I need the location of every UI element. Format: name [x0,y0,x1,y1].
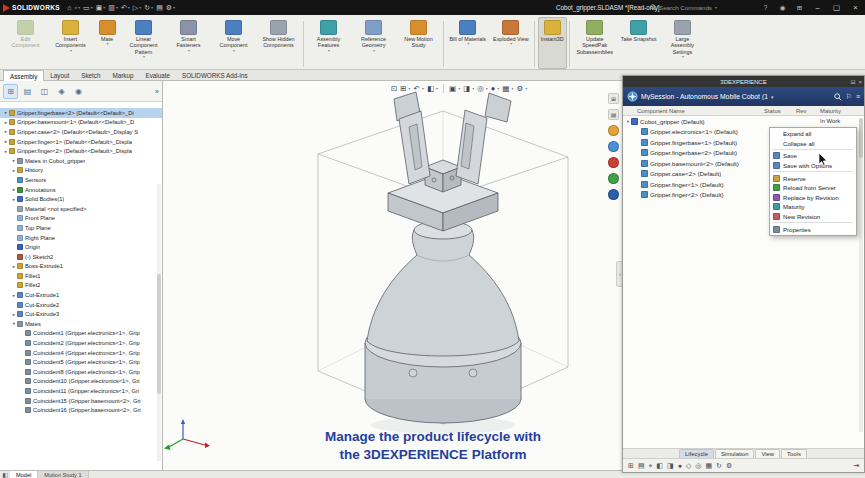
tab-markup[interactable]: Markup [106,70,139,81]
assembly-features-button[interactable]: Assembly Features ▾ [307,17,351,69]
feature-tree-item[interactable]: Coincident2 (Gripper.electronics<1>, Gri… [0,338,162,348]
help-icon[interactable]: ? [759,4,773,12]
feature-tree-item[interactable]: (-) Sketch2 [0,252,162,262]
feature-tree-item[interactable]: ▸ Boss-Extrude1 [0,262,162,272]
feature-tree-item[interactable]: ▸ Solid Bodies(1) [0,194,162,204]
tab-solidworks-add-ins[interactable]: SOLIDWORKS Add-Ins [176,70,254,81]
propertymanager-tab-icon[interactable]: ▤ [20,84,35,99]
widget-green-icon[interactable] [608,173,619,184]
feature-tree-item[interactable]: ▸ Gripper.basemount<1> (Default<<Default… [0,118,162,128]
open-icon[interactable]: ▭▾ [83,4,93,12]
close-button[interactable]: × [846,0,865,15]
instant3d-button[interactable]: Instant3D [538,17,567,69]
move-component-button[interactable]: Move Component ▾ [212,17,256,69]
pane-toggle-icon[interactable]: ◧ [0,471,10,478]
linear-component-pattern-button[interactable]: Linear Component Pattern ▾ [122,17,166,69]
bill-of-materials-button[interactable]: Bill of Materials ▾ [447,17,490,69]
home-icon[interactable]: ⌂ [67,4,71,11]
panel-close-icon[interactable]: × [858,79,862,85]
feature-tree-item[interactable]: ▸ History [0,166,162,176]
feature-tree-item[interactable]: Coincident8 (Gripper.electronics<1>, Gri… [0,367,162,377]
tab-sketch[interactable]: Sketch [75,70,106,81]
measure-icon[interactable]: ⌖ [649,462,653,470]
feature-tree-item[interactable]: Cut-Extrude2 [0,300,162,310]
menu-item-maturity[interactable]: Maturity [770,202,856,212]
restore-button[interactable]: ▢ [827,0,846,15]
menu-item-save-with-options[interactable]: Save with Options [770,161,856,171]
panel-pin-icon[interactable]: ⊟ [850,78,855,85]
feature-tree-item[interactable]: Material <not specified> [0,204,162,214]
zoom-area-icon[interactable]: ⊞▾ [400,84,410,93]
mate-button[interactable]: Mate ▾ [94,17,121,69]
display-style-icon[interactable]: ◨▾ [463,84,474,93]
feature-tree-item[interactable]: ▸ Gripper.finger<2> (Default<<Default>_D… [0,146,162,156]
feature-tree-item[interactable]: Coincident5 (Gripper.electronics<1>, Gri… [0,357,162,367]
feature-tree-item[interactable]: Coincident4 (Gripper.electronics<1>, Gri… [0,348,162,358]
menu-item-properties[interactable]: Properties [770,224,856,234]
command-pad-icon[interactable]: ⊞ [608,93,619,104]
display-tool-icon[interactable]: ◨ [667,462,674,470]
exploded-view-button[interactable]: Exploded View ▾ [490,17,532,69]
apply-scene-icon[interactable]: ▦▾ [502,84,513,93]
column-rev[interactable]: Rev [796,108,820,114]
search-caret-icon[interactable]: ▾ [715,5,717,10]
graphics-viewport[interactable]: ⊡ ⊞▾ ↶▾ ◧▾ ▣▾ ◨▾ ◎▾ ●▾ [163,81,622,470]
smart-fasteners-button[interactable]: Smart Fasteners ▾ [167,17,211,69]
tab-evaluate[interactable]: Evaluate [139,70,176,81]
feature-tree-item[interactable]: Fillet1 [0,271,162,281]
column-status[interactable]: Status [764,108,796,114]
menu-item-reserve[interactable]: Reserve [770,173,856,183]
hamburger-icon[interactable]: ≡ [856,93,860,100]
new-doc-icon[interactable]: ▫▾ [75,4,81,11]
feature-tree-item[interactable]: ▸ Mates in Cobot_gripper [0,156,162,166]
panel-scrollbar-thumb[interactable] [859,118,863,158]
select-icon[interactable]: ▷▾ [133,4,141,12]
tree-scrollbar-thumb[interactable] [157,274,161,394]
feature-tree-item[interactable]: Fillet2 [0,281,162,291]
rp-tab-view[interactable]: View [755,449,780,458]
feature-tree-item[interactable]: ▸ Gripper.fingerbase<2> (Default<<Defaul… [0,108,162,118]
minimize-button[interactable]: – [808,0,827,15]
featuremanager-tab-icon[interactable]: ⊞ [3,84,18,99]
view-orientation-icon[interactable]: ▣▾ [449,84,460,93]
widget-navy-icon[interactable] [608,189,619,200]
undo-icon[interactable]: ↶▾ [121,4,130,12]
edit-appearance-icon[interactable]: ●▾ [491,84,500,93]
feature-tree-item[interactable]: Coincident15 (Gripper.basemount<2>, Gri [0,396,162,406]
edit-component-button[interactable]: Edit Component [4,17,48,69]
menu-item-new-revision[interactable]: New Revision [770,212,856,222]
displaymanager-tab-icon[interactable]: ◉ [71,84,86,99]
menu-item-collapse-all[interactable]: Collapse all [770,139,856,149]
session-caret-icon[interactable]: ▾ [771,94,774,100]
feature-tree-item[interactable]: Top Plane [0,223,162,233]
show-hidden-components-button[interactable]: Show Hidden Components [257,17,301,69]
rebuild-icon[interactable]: ↻▾ [144,4,153,12]
options-icon[interactable]: ⚙▾ [166,4,175,12]
large-assembly-settings-button[interactable]: Large Assembly Settings ▾ [660,17,704,69]
print-icon[interactable]: ▥▾ [108,4,118,12]
menu-item-replace-by-revision[interactable]: Replace by Revision [770,193,856,203]
menu-item-expand-all[interactable]: Expand all [770,129,856,139]
tree-scrollbar[interactable] [157,184,161,461]
rp-tab-lifecycle[interactable]: Lifecycle [679,449,714,458]
bom-icon[interactable]: ▤ [638,462,645,470]
compass-icon[interactable] [627,91,638,102]
feature-tree-item[interactable]: Front Plane [0,214,162,224]
section-view-icon[interactable]: ◧▾ [427,84,438,93]
feature-tree-item[interactable]: ▸ Gripper.case<2> (Default<<Default>_Dis… [0,127,162,137]
menu-item-reload-from-server[interactable]: Reload from Server [770,183,856,193]
tab-layout[interactable]: Layout [44,70,75,81]
previous-view-icon[interactable]: ↶▾ [414,84,424,93]
component-row[interactable]: ▾ Cobot_gripper (Default) In Work [623,116,864,127]
user-account-icon[interactable]: ◉ [776,4,790,12]
widget-orange-icon[interactable] [608,125,619,136]
sb-tab-motion-study-1[interactable]: Motion Study 1 [38,471,88,478]
search-icon[interactable] [834,93,842,101]
take-snapshot-button[interactable]: Take Snapshot [618,17,660,69]
section-tool-icon[interactable]: ◧ [656,462,663,470]
rp-tab-tools[interactable]: Tools [781,449,807,458]
feature-tree-item[interactable]: Sensors [0,175,162,185]
feature-tree-item[interactable]: Coincident11 (Gripper.electronics<1>, Gr… [0,386,162,396]
apps-icon[interactable]: ⊞ [793,4,807,12]
view-settings-icon[interactable]: ⚙▾ [516,84,527,93]
